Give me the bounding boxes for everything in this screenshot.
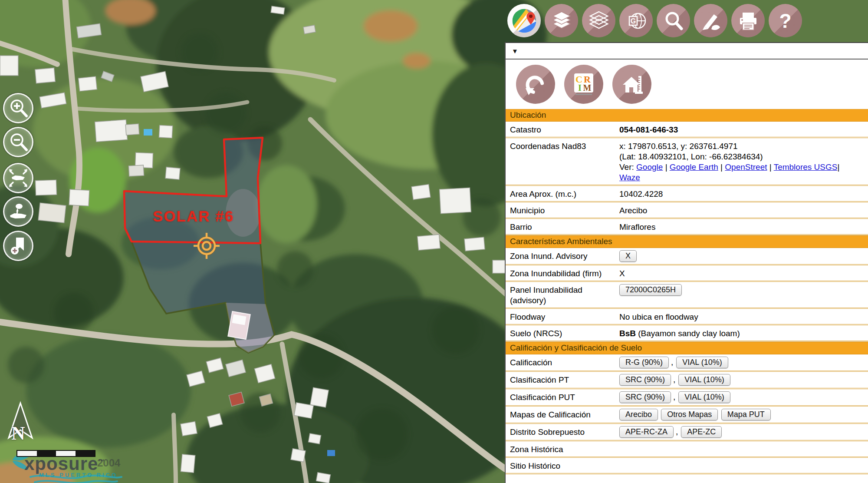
history-arrow-icon [521, 70, 550, 99]
table-row-clasificacion-pt: Clasificación PTSRC (90%),VIAL (10%) [506, 372, 868, 389]
pushpin-island-icon [6, 199, 31, 224]
row-label: Catastro [510, 123, 619, 135]
btn-ape-rc-za[interactable]: APE-RC-ZA [619, 426, 674, 438]
property-detail-table: UbicaciónCatastro054-081-646-33Coordenad… [506, 109, 868, 483]
row-label: Area Aprox. (m.c.) [510, 188, 619, 199]
quick-links-row: C R I M [506, 60, 868, 109]
search-icon [662, 9, 685, 33]
app-window: SOLAR #6 [0, 0, 868, 483]
row-value: Arecibo [619, 204, 868, 216]
comma-separator: , [676, 427, 678, 436]
btn-r-g-90[interactable]: R-G (90%) [619, 357, 669, 368]
row-label: Clasificación PUT [510, 391, 619, 403]
layers-outline-button[interactable] [582, 4, 615, 37]
table-row-distrito-sobrepuesto: Distrito SobrepuestoAPE-RC-ZA,APE-ZC [506, 424, 868, 441]
row-value: SRC (90%),VIAL (10%) [619, 374, 868, 386]
google-maps-icon [511, 7, 538, 34]
link-openstreet[interactable]: OpenStreet [725, 162, 767, 172]
draw-button[interactable] [694, 4, 727, 37]
row-value [619, 460, 868, 461]
svg-text:G: G [630, 17, 635, 25]
table-row-mapas-de-calificacion: Mapas de CalificaciónArecibo Otros Mapas… [506, 407, 868, 424]
link-google[interactable]: Google [636, 162, 663, 172]
print-button[interactable] [731, 4, 765, 37]
info-panel: ▼ C R I M [505, 42, 868, 483]
row-value: APE-RC-ZA,APE-ZC [619, 426, 868, 438]
row-value: 72000C0265H [619, 284, 868, 296]
panel-collapse-bar[interactable]: ▼ [506, 42, 868, 60]
add-bookmark-button[interactable] [3, 231, 33, 261]
zoom-out-icon [6, 129, 31, 155]
btn-arecibo[interactable]: Arecibo [619, 409, 658, 420]
comma-separator: , [673, 375, 675, 384]
btn-src-90[interactable]: SRC (90%) [619, 391, 671, 403]
search-button[interactable] [657, 4, 690, 37]
row-label: Sitio Histórico [510, 460, 619, 471]
table-row-floodway: FloodwayNo ubica en floodway [506, 309, 868, 325]
row-label: Distrito Sobrepuesto [510, 426, 619, 437]
house-measure-button[interactable] [612, 65, 651, 104]
table-row-barrio: BarrioMiraflores [506, 219, 868, 235]
table-row-panel-inundabilidad-advisory: Panel Inundabilidad (advisory)72000C0265… [506, 282, 868, 309]
zoom-out-button[interactable] [3, 127, 33, 157]
google-maps-button[interactable] [507, 4, 541, 37]
table-row-suelo-nrcs: Suelo (NRCS)BsB (Bayamon sandy clay loam… [506, 325, 868, 342]
zoom-in-icon [6, 96, 31, 121]
print-icon [736, 9, 760, 33]
row-label: Zona Inund. Advisory [510, 250, 619, 261]
row-label: Zona Histórica [510, 443, 619, 455]
svg-text:M: M [583, 83, 592, 93]
globe-gis-button[interactable]: G [619, 4, 653, 37]
chevron-down-icon[interactable]: ▼ [512, 48, 518, 54]
full-extent-icon [6, 165, 31, 191]
row-label: Panel Inundabilidad (advisory) [510, 284, 619, 306]
comma-separator: , [673, 392, 675, 401]
zoom-in-button[interactable] [3, 93, 33, 123]
comma-separator: , [671, 357, 673, 367]
row-label: Reglamento Aplicable [510, 481, 619, 483]
btn-vial-10[interactable]: VIAL (10%) [676, 357, 728, 368]
row-value: X [619, 267, 868, 279]
section-header-caracteristicas-ambientales: Características Ambientales [506, 235, 868, 248]
btn-src-90[interactable]: SRC (90%) [619, 374, 671, 386]
watermark-year: 2004 [97, 457, 120, 469]
layers-filled-button[interactable] [545, 4, 578, 37]
link-temblores-usgs[interactable]: Temblores USGS [774, 162, 838, 172]
btn-vial-10[interactable]: VIAL (10%) [678, 374, 730, 386]
btn-72000c0265h[interactable]: 72000C0265H [619, 284, 682, 296]
crim-logo-button[interactable]: C R I M [564, 65, 603, 104]
row-value: No ubica en floodway [619, 311, 868, 322]
btn-vial-10[interactable]: VIAL (10%) [678, 391, 730, 403]
globe-g-icon: G [625, 10, 648, 32]
table-row-zona-inund-advisory: Zona Inund. AdvisoryX [506, 248, 868, 265]
link-google-earth[interactable]: Google Earth [670, 162, 718, 172]
full-extent-button[interactable] [3, 163, 33, 193]
table-row-calificacion: CalificaciónR-G (90%),VIAL (10%) [506, 354, 868, 372]
table-row-area-aprox-m-c: Area Aprox. (m.c.)10402.4228 [506, 186, 868, 202]
btn-x[interactable]: X [619, 250, 637, 262]
btn-otros-mapas[interactable]: Otros Mapas [661, 409, 718, 420]
crim-logo-icon: C R I M [569, 70, 598, 99]
coords-links: Ver: Google | Google Earth | OpenStreet … [619, 162, 868, 183]
table-row-catastro: Catastro054-081-646-33 [506, 122, 868, 138]
table-row-coordenadas-nad83: Coordenadas Nad83x: 179870.6513, y: 2637… [506, 138, 868, 186]
north-label: N [11, 422, 25, 444]
table-row-municipio: MunicipioArecibo [506, 202, 868, 219]
link-waze[interactable]: Waze [619, 173, 640, 182]
value-text-bold: BsB [619, 329, 636, 338]
house-measure-icon [618, 70, 646, 99]
row-value: 054-081-646-33 [619, 123, 868, 135]
row-label: Zona Inundabilidad (firm) [510, 267, 619, 279]
pin-location-button[interactable] [3, 196, 33, 227]
btn-ape-zc[interactable]: APE-ZC [681, 426, 722, 438]
value-text: 054-081-646-33 [619, 125, 678, 134]
coords-latlon: (Lat: 18.40932101, Lon: -66.62384634) [619, 152, 868, 162]
row-value: Plan de Uso de TerrenosReglamento Conjun… [619, 481, 868, 483]
row-label: Suelo (NRCS) [510, 327, 619, 339]
history-arrow-button[interactable] [516, 65, 555, 104]
section-header-calificacion-y-clasificacion-de-suelo: Calificación y Clasificación de Suelo [506, 342, 868, 354]
row-value [619, 443, 868, 444]
btn-mapa-put[interactable]: Mapa PUT [721, 409, 771, 420]
help-icon: ? [779, 9, 791, 33]
help-button[interactable]: ? [769, 4, 802, 37]
